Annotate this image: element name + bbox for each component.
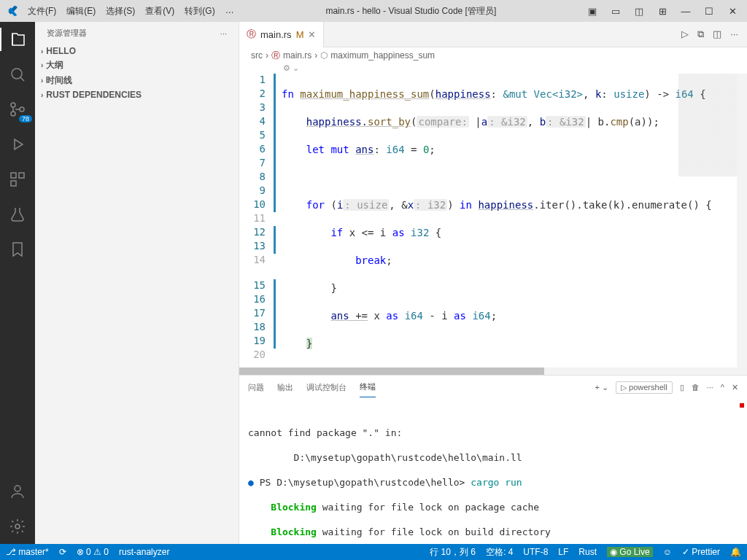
svg-point-2	[11, 112, 15, 116]
layout-panel-icon[interactable]: ▭	[607, 6, 624, 17]
vertical-scrollbar[interactable]	[737, 74, 747, 368]
sidebar-section-rust-deps[interactable]: ›RUST DEPENDENCIES	[35, 88, 239, 101]
svg-point-0	[12, 69, 22, 79]
breadcrumb[interactable]: src › Ⓡ main.rs › ⬡ maximum_happiness_su…	[239, 47, 747, 63]
vscode-icon	[6, 5, 18, 17]
testing-icon[interactable]	[0, 203, 35, 226]
tab-close-icon[interactable]: ✕	[308, 29, 316, 40]
status-branch[interactable]: ⎇ master*	[6, 547, 49, 557]
terminal-shell-label[interactable]: ▷ powershell	[616, 381, 673, 394]
panel-tab-debug-console[interactable]: 调试控制台	[306, 378, 347, 397]
menu-bar: 文件(F) 编辑(E) 选择(S) 查看(V) 转到(G) …	[23, 4, 239, 19]
layout-controls: ▣ ▭ ◫ ⊞ — ☐ ✕	[584, 6, 741, 17]
close-icon[interactable]: ✕	[724, 6, 741, 17]
svg-point-3	[20, 107, 24, 112]
source-control-icon[interactable]: 78	[0, 98, 35, 121]
sidebar: 资源管理器 ··· ›HELLO ›大纲 ›时间线 ›RUST DEPENDEN…	[35, 22, 239, 544]
search-icon[interactable]	[0, 63, 35, 86]
run-icon[interactable]: ▷	[681, 28, 689, 40]
terminal[interactable]: cannot find package "." in: D:\mysetup\g…	[239, 399, 747, 544]
menu-file[interactable]: 文件(F)	[23, 4, 61, 19]
svg-rect-5	[19, 173, 24, 178]
account-icon[interactable]	[0, 480, 35, 503]
sidebar-more-icon[interactable]: ···	[220, 29, 227, 38]
tab-modified-indicator: M	[296, 29, 304, 40]
status-feedback-icon[interactable]: ☺	[663, 547, 672, 557]
split-terminal-icon[interactable]: ▯	[680, 383, 684, 392]
sidebar-header: 资源管理器 ···	[35, 22, 239, 44]
statusbar: ⎇ master* ⟳ ⊗ 0 ⚠ 0 rust-analyzer 行 10，列…	[0, 544, 747, 560]
status-position[interactable]: 行 10，列 6	[430, 546, 476, 559]
menu-go[interactable]: 转到(G)	[180, 4, 219, 19]
svg-point-7	[15, 486, 20, 491]
menu-selection[interactable]: 选择(S)	[101, 4, 139, 19]
menu-more[interactable]: …	[221, 4, 239, 19]
kill-terminal-icon[interactable]: 🗑	[692, 383, 700, 392]
panel-more-icon[interactable]: ···	[707, 383, 713, 392]
panel: 问题 输出 调试控制台 终端 + ⌄ ▷ powershell ▯ 🗑 ··· …	[239, 375, 747, 544]
svg-rect-4	[11, 173, 16, 178]
editor-more-icon[interactable]: ···	[730, 28, 738, 40]
svg-rect-6	[11, 181, 16, 186]
new-terminal-icon[interactable]: + ⌄	[595, 383, 608, 392]
editor-tabs: Ⓡ main.rs M ✕ ▷ ⧉ ◫ ···	[239, 22, 747, 47]
sidebar-section-timeline[interactable]: ›时间线	[35, 73, 239, 88]
code-content[interactable]: fn maximum_happiness_sum(happiness: &mut…	[282, 74, 747, 368]
status-problems[interactable]: ⊗ 0 ⚠ 0	[77, 547, 109, 557]
maximize-icon[interactable]: ☐	[700, 6, 718, 17]
split-editor-icon[interactable]: ◫	[713, 28, 721, 40]
panel-tab-problems[interactable]: 问题	[248, 378, 264, 397]
status-go-live[interactable]: ◉ Go Live	[607, 547, 653, 557]
tab-main-rs[interactable]: Ⓡ main.rs M ✕	[239, 22, 324, 47]
rust-file-icon: Ⓡ	[247, 28, 256, 41]
terminal-scroll-indicator	[740, 403, 744, 408]
extensions-icon[interactable]	[0, 168, 35, 191]
status-sync-icon[interactable]: ⟳	[59, 547, 66, 557]
scm-badge: 78	[19, 115, 32, 122]
layout-sidebar-icon[interactable]: ▣	[584, 6, 601, 17]
titlebar: 文件(F) 编辑(E) 选择(S) 查看(V) 转到(G) … main.rs …	[0, 0, 747, 22]
horizontal-scrollbar[interactable]	[239, 368, 747, 375]
sidebar-section-outline[interactable]: ›大纲	[35, 58, 239, 73]
sidebar-section-hello[interactable]: ›HELLO	[35, 44, 239, 58]
window-title: main.rs - hello - Visual Studio Code [管理…	[239, 5, 584, 18]
panel-tabs: 问题 输出 调试控制台 终端 + ⌄ ▷ powershell ▯ 🗑 ··· …	[239, 376, 747, 399]
layout-customize-icon[interactable]: ⊞	[654, 6, 671, 17]
debug-icon[interactable]	[0, 133, 35, 156]
status-indentation[interactable]: 空格: 4	[486, 546, 513, 559]
activity-bar: 78	[0, 22, 35, 544]
menu-view[interactable]: 查看(V)	[141, 4, 179, 19]
code-lens-top[interactable]: ⚙ ⌄	[239, 63, 747, 74]
code-editor[interactable]: 1234567891011121314151617181920 fn maxim…	[239, 74, 747, 368]
bookmarks-icon[interactable]	[0, 238, 35, 261]
gutter: 1234567891011121314151617181920	[239, 74, 282, 368]
status-encoding[interactable]: UTF-8	[523, 547, 548, 557]
menu-edit[interactable]: 编辑(E)	[62, 4, 100, 19]
tab-label: main.rs	[260, 29, 292, 40]
settings-icon[interactable]	[0, 515, 35, 538]
explorer-icon[interactable]	[0, 28, 35, 51]
panel-tab-terminal[interactable]: 终端	[360, 377, 376, 397]
status-bell-icon[interactable]: 🔔	[730, 547, 741, 557]
panel-close-icon[interactable]: ✕	[732, 383, 738, 392]
editor-area: Ⓡ main.rs M ✕ ▷ ⧉ ◫ ··· src › Ⓡ main.rs …	[239, 22, 747, 544]
status-eol[interactable]: LF	[558, 547, 568, 557]
status-prettier[interactable]: ✓ Prettier	[682, 547, 720, 557]
minimap[interactable]	[678, 74, 737, 368]
layout-sidebar-right-icon[interactable]: ◫	[630, 6, 648, 17]
debug-alt-icon[interactable]: ⧉	[697, 28, 704, 40]
svg-point-8	[15, 524, 20, 529]
status-rust-analyzer[interactable]: rust-analyzer	[119, 547, 169, 557]
minimize-icon[interactable]: —	[677, 6, 694, 17]
sidebar-title: 资源管理器	[47, 28, 87, 39]
status-language[interactable]: Rust	[578, 547, 597, 557]
svg-point-1	[11, 103, 15, 107]
panel-maximize-icon[interactable]: ^	[721, 383, 724, 392]
panel-tab-output[interactable]: 输出	[277, 378, 293, 397]
